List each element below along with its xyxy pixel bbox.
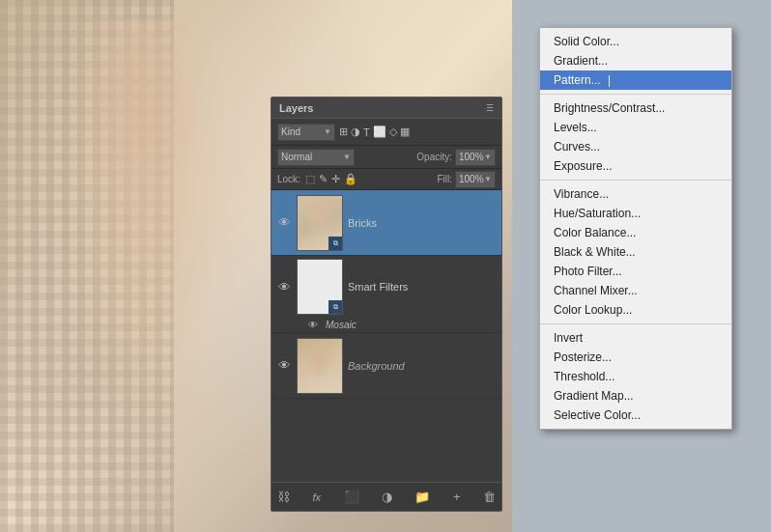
fill-label: Fill: xyxy=(437,174,452,184)
menu-item-threshold[interactable]: Threshold... xyxy=(540,367,731,386)
layers-panel-title: Layers xyxy=(279,102,313,114)
layer-thumb-corner-bricks: ⧉ xyxy=(328,237,342,250)
menu-item-hue-saturation[interactable]: Hue/Saturation... xyxy=(540,204,731,223)
menu-separator-3 xyxy=(540,323,731,324)
link-icon[interactable]: ⛓ xyxy=(277,490,290,504)
eye-icon-background[interactable]: 👁 xyxy=(276,358,292,373)
pixel-filter-icon[interactable]: ⊞ xyxy=(339,126,348,138)
layer-name-smart: Smart Filters xyxy=(348,281,497,293)
menu-item-black-white[interactable]: Black & White... xyxy=(540,242,731,262)
group-icon[interactable]: 📁 xyxy=(414,490,430,504)
smart-filter-mosaic-label: Mosaic xyxy=(326,320,357,330)
smart-filter-main-row: 👁 ⧉ Smart Filters xyxy=(276,259,497,315)
layers-panel-header: Layers ☰ xyxy=(271,98,501,119)
layer-thumb-smart: ⧉ xyxy=(297,259,343,315)
fill-arrow: ▼ xyxy=(484,175,492,183)
blend-dropdown-arrow: ▼ xyxy=(343,153,351,161)
opacity-label: Opacity: xyxy=(416,152,452,162)
menu-item-vibrance[interactable]: Vibrance... xyxy=(540,184,731,204)
blend-mode-dropdown[interactable]: Normal ▼ xyxy=(277,149,355,166)
type-filter-icon[interactable]: T xyxy=(363,126,370,138)
lock-fill-row: Lock: ⬚ ✎ ✛ 🔒 Fill: 100% ▼ xyxy=(271,169,501,190)
lock-icons: ⬚ ✎ ✛ 🔒 xyxy=(305,173,357,185)
layers-footer: ⛓ fx ⬛ ◑ 📁 + 🗑 xyxy=(271,482,501,511)
layer-thumb-bricks: ⧉ xyxy=(297,195,343,251)
adjustment-filter-icon[interactable]: ◑ xyxy=(351,126,360,138)
menu-item-brightness-contrast[interactable]: Brightness/Contrast... xyxy=(540,98,731,118)
kind-dropdown-arrow: ▼ xyxy=(324,127,331,136)
kind-dropdown[interactable]: Kind ▼ xyxy=(277,124,335,141)
menu-separator-2 xyxy=(540,180,731,181)
lock-label: Lock: xyxy=(277,174,300,184)
lock-transparent-icon[interactable]: ⬚ xyxy=(305,173,315,185)
menu-item-levels[interactable]: Levels... xyxy=(540,118,731,137)
context-menu: Solid Color... Gradient... Pattern... | … xyxy=(539,27,732,430)
eye-icon-mosaic[interactable]: 👁 xyxy=(305,320,321,330)
filter-icons: ⊞ ◑ T ⬜ ◇ ▦ xyxy=(339,126,410,138)
smart-filter-sub-row: 👁 Mosaic xyxy=(276,320,497,330)
layer-name-bricks: Bricks xyxy=(348,217,497,229)
blend-opacity-row: Normal ▼ Opacity: 100% ▼ xyxy=(271,146,501,169)
menu-item-exposure[interactable]: Exposure... xyxy=(540,156,731,176)
layers-panel: Layers ☰ Kind ▼ ⊞ ◑ T ⬜ ◇ ▦ Normal ▼ Opa… xyxy=(271,97,502,512)
fill-section: Fill: 100% ▼ xyxy=(437,171,496,188)
menu-item-pattern[interactable]: Pattern... | xyxy=(540,70,731,90)
mask-icon[interactable]: ⬛ xyxy=(344,490,359,504)
menu-item-posterize[interactable]: Posterize... xyxy=(540,348,731,367)
menu-item-curves[interactable]: Curves... xyxy=(540,137,731,156)
adjustment-layer-icon[interactable]: ◑ xyxy=(382,490,392,504)
layer-thumb-corner-smart: ⧉ xyxy=(328,300,342,314)
layers-list: 👁 ⧉ Bricks 👁 ⧉ Smart Filters 👁 Mos xyxy=(271,190,501,482)
opacity-input[interactable]: 100% ▼ xyxy=(455,149,496,166)
menu-item-invert[interactable]: Invert xyxy=(540,328,731,348)
lock-paint-icon[interactable]: ✎ xyxy=(319,173,328,185)
eye-icon-bricks[interactable]: 👁 xyxy=(276,215,292,230)
menu-item-color-lookup[interactable]: Color Lookup... xyxy=(540,300,731,320)
opacity-section: Opacity: 100% ▼ xyxy=(416,149,496,166)
layer-item-smart[interactable]: 👁 ⧉ Smart Filters 👁 Mosaic xyxy=(271,256,501,333)
menu-item-photo-filter[interactable]: Photo Filter... xyxy=(540,262,731,281)
layer-name-background: Background xyxy=(348,360,497,372)
fill-input[interactable]: 100% ▼ xyxy=(455,171,496,188)
menu-item-color-balance[interactable]: Color Balance... xyxy=(540,223,731,242)
menu-separator-1 xyxy=(540,94,731,95)
eye-icon-smart[interactable]: 👁 xyxy=(276,280,292,294)
cursor-indicator: | xyxy=(608,73,611,87)
lock-all-icon[interactable]: 🔒 xyxy=(344,173,357,185)
menu-item-solid-color[interactable]: Solid Color... xyxy=(540,32,731,51)
menu-item-channel-mixer[interactable]: Channel Mixer... xyxy=(540,281,731,300)
menu-item-gradient[interactable]: Gradient... xyxy=(540,51,731,70)
layer-item-bricks[interactable]: 👁 ⧉ Bricks xyxy=(271,190,501,256)
layers-toolbar: Kind ▼ ⊞ ◑ T ⬜ ◇ ▦ xyxy=(271,119,501,146)
menu-item-gradient-map[interactable]: Gradient Map... xyxy=(540,386,731,406)
mode-icon[interactable]: ▦ xyxy=(400,126,410,138)
smart-filter-icon[interactable]: ◇ xyxy=(389,126,397,138)
new-layer-icon[interactable]: + xyxy=(453,490,461,504)
menu-item-selective-color[interactable]: Selective Color... xyxy=(540,406,731,425)
layers-header-icons: ☰ xyxy=(486,103,494,113)
layer-item-background[interactable]: 👁 Background xyxy=(271,333,501,399)
lock-move-icon[interactable]: ✛ xyxy=(331,173,340,185)
panel-menu-icon[interactable]: ☰ xyxy=(486,103,494,113)
delete-layer-icon[interactable]: 🗑 xyxy=(483,490,496,504)
layer-thumb-background xyxy=(297,338,343,394)
opacity-arrow: ▼ xyxy=(484,153,492,161)
shape-filter-icon[interactable]: ⬜ xyxy=(373,126,386,138)
fx-icon[interactable]: fx xyxy=(312,491,321,503)
